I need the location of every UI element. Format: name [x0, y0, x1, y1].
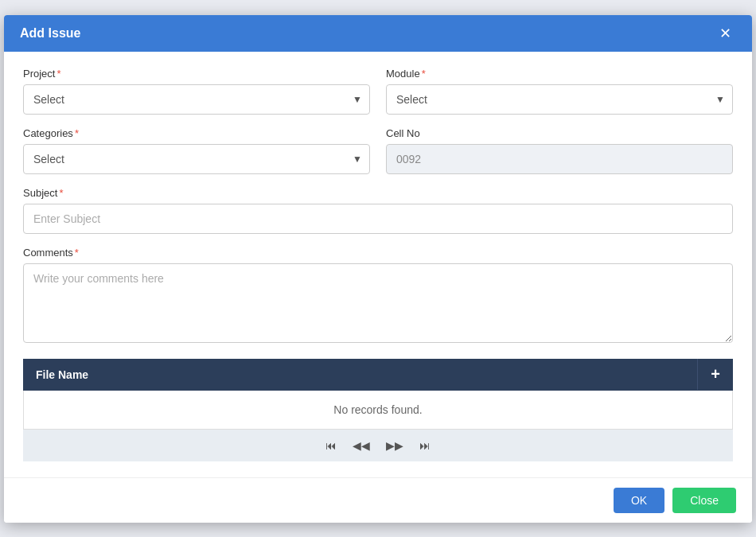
form-row-subject: Subject*: [23, 187, 733, 234]
add-issue-modal: Add Issue ✕ Project* Select ▼: [4, 15, 752, 523]
form-group-comments: Comments*: [23, 247, 733, 346]
modal-footer: OK Close: [4, 477, 752, 523]
form-group-cellno: Cell No: [386, 127, 733, 174]
subject-required: *: [59, 187, 63, 199]
project-required: *: [57, 68, 60, 80]
form-group-subject: Subject*: [23, 187, 733, 234]
modal-title: Add Issue: [20, 26, 80, 41]
pagination-last-button[interactable]: ⏭: [416, 438, 434, 453]
pagination-first-button[interactable]: ⏮: [322, 438, 340, 453]
form-row-comments: Comments*: [23, 247, 733, 346]
categories-label: Categories*: [23, 127, 370, 139]
pagination-bar: ⏮ ◀◀ ▶▶ ⏭: [23, 430, 733, 461]
module-label: Module*: [386, 68, 733, 80]
pagination-prev-button[interactable]: ◀◀: [349, 438, 373, 453]
modal-overlay: Add Issue ✕ Project* Select ▼: [0, 0, 756, 537]
form-row-categories-cellno: Categories* Select ▼ Cell No: [23, 127, 733, 174]
form-group-project: Project* Select ▼: [23, 68, 370, 115]
comments-textarea[interactable]: [23, 263, 733, 343]
form-row-project-module: Project* Select ▼ Module*: [23, 68, 733, 115]
close-button[interactable]: Close: [672, 488, 736, 513]
comments-label: Comments*: [23, 247, 733, 259]
modal-body: Project* Select ▼ Module*: [4, 52, 752, 477]
form-group-module: Module* Select ▼: [386, 68, 733, 115]
form-group-categories: Categories* Select ▼: [23, 127, 370, 174]
project-select-wrapper: Select ▼: [23, 84, 370, 115]
module-required: *: [422, 68, 426, 80]
subject-label: Subject*: [23, 187, 733, 199]
file-table-body: No records found.: [23, 391, 733, 430]
modal-header: Add Issue ✕: [4, 15, 752, 52]
cellno-input: [386, 144, 733, 174]
cellno-label: Cell No: [386, 127, 733, 139]
project-select[interactable]: Select: [23, 84, 370, 115]
modal-close-button[interactable]: ✕: [715, 25, 736, 42]
ok-button[interactable]: OK: [614, 488, 664, 513]
categories-required: *: [75, 127, 79, 139]
categories-select-wrapper: Select ▼: [23, 144, 370, 174]
file-table-add-button[interactable]: +: [697, 359, 733, 390]
project-label: Project*: [23, 68, 370, 80]
module-select[interactable]: Select: [386, 84, 733, 115]
pagination-next-button[interactable]: ▶▶: [383, 438, 407, 453]
module-select-wrapper: Select ▼: [386, 84, 733, 115]
subject-input[interactable]: [23, 204, 733, 234]
file-table-header-label: File Name: [23, 359, 697, 391]
file-table-header: File Name +: [23, 359, 733, 391]
no-records-text: No records found.: [333, 403, 422, 416]
categories-select[interactable]: Select: [23, 144, 370, 174]
comments-required: *: [75, 247, 79, 259]
